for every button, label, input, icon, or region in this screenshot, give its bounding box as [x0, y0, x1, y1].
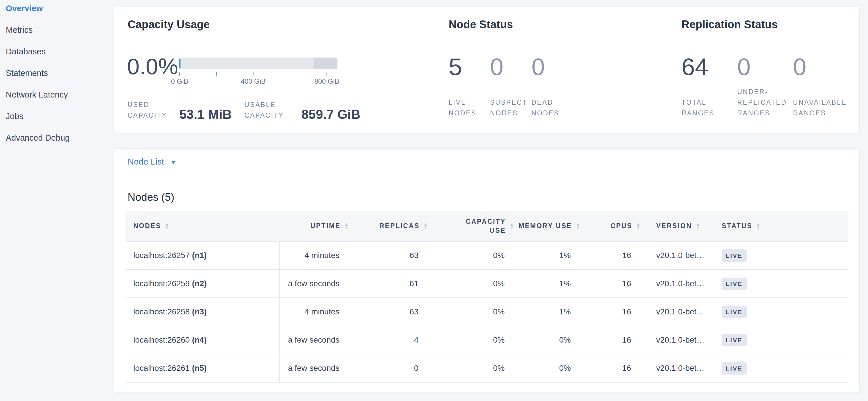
replication-status-stats: 64TOTAL RANGES0UNDER-REPLICATED RANGES0U… — [681, 7, 849, 133]
overview-page: OverviewMetricsDatabasesStatementsNetwor… — [0, 0, 868, 401]
live-nodes-value: 5 — [449, 53, 462, 81]
column-label: UPTIME — [310, 222, 341, 230]
node-list-dropdown[interactable]: Node List ▼ — [114, 149, 859, 175]
table-row[interactable]: localhost:26261 (n5)a few seconds00%0%16… — [126, 354, 848, 382]
cell-memory: 0% — [518, 326, 584, 354]
cell-version: v20.1.0-bet… — [644, 269, 716, 298]
cell-uptime: a few seconds — [280, 269, 352, 298]
sort-arrows-icon: ▲▼ — [696, 223, 701, 230]
table-row[interactable]: localhost:26260 (n4)a few seconds40%0%16… — [126, 326, 848, 354]
cell-cpus: 16 — [584, 326, 644, 354]
column-label: STATUS — [722, 222, 752, 230]
sidebar-item-statements[interactable]: Statements — [6, 69, 113, 77]
cell-capacity: 0% — [431, 326, 518, 354]
axis-tick — [290, 71, 290, 76]
cell-capacity: 0% — [431, 269, 518, 298]
cell-replicas: 0 — [352, 354, 431, 382]
under-replicated-ranges-value: 0 — [737, 53, 751, 81]
nodes-table: NODES▲▼UPTIME▲▼REPLICAS▲▼CAPACITY USE▲▼M… — [126, 211, 848, 382]
sort-arrows-icon: ▲▼ — [636, 223, 641, 230]
cell-version: v20.1.0-bet… — [644, 354, 716, 382]
node-status-stat-dead-nodes: 0DEAD NODES — [531, 7, 573, 133]
live-nodes-label: LIVE NODES — [449, 97, 490, 118]
cell-cpus: 16 — [584, 298, 644, 326]
sidebar-item-databases[interactable]: Databases — [6, 47, 113, 56]
node-id: (n5) — [192, 364, 207, 373]
axis-tick-label: 0 GiB — [171, 77, 188, 85]
column-header-version[interactable]: VERSION▲▼ — [644, 211, 716, 241]
sidebar-item-network-latency[interactable]: Network Latency — [6, 90, 113, 99]
table-row[interactable]: localhost:26257 (n1)4 minutes630%1%16v20… — [126, 241, 848, 269]
column-header-status[interactable]: STATUS▲▼ — [716, 211, 848, 241]
total-ranges-label: TOTAL RANGES — [681, 97, 736, 118]
status-badge: LIVE — [722, 362, 747, 375]
cell-replicas: 63 — [352, 298, 431, 326]
column-header-uptime[interactable]: UPTIME▲▼ — [280, 211, 352, 241]
suspect-nodes-label: SUSPECT NODES — [490, 97, 531, 118]
unavailable-ranges-value: 0 — [793, 53, 806, 81]
cell-status: LIVE — [716, 326, 848, 354]
table-header-row: NODES▲▼UPTIME▲▼REPLICAS▲▼CAPACITY USE▲▼M… — [126, 211, 848, 241]
cell-capacity: 0% — [431, 354, 518, 382]
table-row[interactable]: localhost:26258 (n3)4 minutes630%1%16v20… — [126, 298, 848, 326]
used-capacity-label: USED CAPACITY — [128, 99, 176, 121]
sort-arrows-icon: ▲▼ — [165, 223, 170, 230]
used-capacity-value: 53.1 MiB — [179, 108, 232, 121]
status-badge: LIVE — [722, 278, 747, 290]
capacity-bar-track — [179, 58, 337, 69]
node-status-stats: 5LIVE NODES0SUSPECT NODES0DEAD NODES — [449, 7, 573, 133]
node-list-panel: Node List ▼ Nodes (5) NODES▲▼UPTIME▲▼REP… — [114, 148, 860, 392]
cell-replicas: 63 — [352, 241, 431, 269]
node-id: (n4) — [192, 336, 207, 344]
sort-arrows-icon: ▲▼ — [509, 223, 515, 230]
node-address: localhost:26259 — [133, 279, 192, 288]
unavailable-ranges-label: UNAVAILABLE RANGES — [793, 97, 847, 118]
column-label: REPLICAS — [379, 222, 420, 230]
table-row[interactable]: localhost:26259 (n2)a few seconds610%1%1… — [126, 269, 848, 298]
column-header-nodes[interactable]: NODES▲▼ — [126, 211, 280, 241]
cell-memory: 1% — [518, 298, 584, 326]
sort-arrows-icon: ▲▼ — [756, 223, 762, 230]
column-header-cpus[interactable]: CPUS▲▼ — [584, 211, 644, 241]
node-address: localhost:26260 — [133, 336, 192, 344]
column-header-memory[interactable]: MEMORY USE▲▼ — [518, 211, 584, 241]
cell-memory: 1% — [518, 241, 584, 269]
total-ranges-value: 64 — [681, 53, 708, 81]
cell-nodes: localhost:26257 (n1) — [126, 241, 280, 269]
sidebar-item-overview[interactable]: Overview — [6, 4, 113, 13]
cell-status: LIVE — [716, 241, 848, 269]
nodes-table-title: Nodes (5) — [128, 191, 174, 203]
cell-replicas: 4 — [352, 326, 431, 354]
sidebar-item-advanced-debug[interactable]: Advanced Debug — [6, 134, 113, 142]
cluster-summary-panel: Capacity Usage 0.0% 0 GiB 400 GiB 800 Gi… — [114, 7, 860, 133]
cell-nodes: localhost:26260 (n4) — [126, 326, 280, 354]
cell-status: LIVE — [716, 298, 848, 326]
axis-tick — [179, 71, 180, 76]
dead-nodes-label: DEAD NODES — [531, 97, 573, 118]
cell-nodes: localhost:26261 (n5) — [126, 354, 280, 382]
replication-stat-unavailable-ranges: 0UNAVAILABLE RANGES — [793, 7, 849, 133]
chevron-down-icon: ▼ — [170, 157, 177, 166]
column-label: CPUS — [611, 222, 632, 230]
column-header-capacity[interactable]: CAPACITY USE▲▼ — [431, 211, 518, 241]
replication-stat-total-ranges: 64TOTAL RANGES — [681, 7, 737, 133]
axis-tick — [327, 71, 327, 76]
capacity-stats-row: USED CAPACITY 53.1 MiB USABLE CAPACITY 8… — [128, 99, 361, 121]
column-header-replicas[interactable]: REPLICAS▲▼ — [352, 211, 431, 241]
column-label: NODES — [133, 222, 161, 230]
cell-version: v20.1.0-bet… — [644, 241, 716, 269]
node-address: localhost:26257 — [133, 251, 192, 260]
node-list-dropdown-label: Node List — [128, 157, 164, 167]
under-replicated-ranges-label: UNDER-REPLICATED RANGES — [737, 87, 792, 118]
node-address: localhost:26258 — [133, 307, 192, 316]
cell-capacity: 0% — [431, 241, 518, 269]
sidebar-item-jobs[interactable]: Jobs — [6, 112, 113, 120]
cell-memory: 0% — [518, 354, 584, 382]
sidebar-item-metrics[interactable]: Metrics — [6, 26, 113, 34]
column-label: CAPACITY USE — [457, 217, 506, 235]
axis-tick-label: 800 GiB — [314, 77, 339, 85]
node-status-stat-suspect-nodes: 0SUSPECT NODES — [490, 7, 531, 133]
status-badge: LIVE — [722, 306, 747, 318]
node-id: (n1) — [192, 251, 207, 260]
sort-arrows-icon: ▲▼ — [344, 223, 349, 230]
